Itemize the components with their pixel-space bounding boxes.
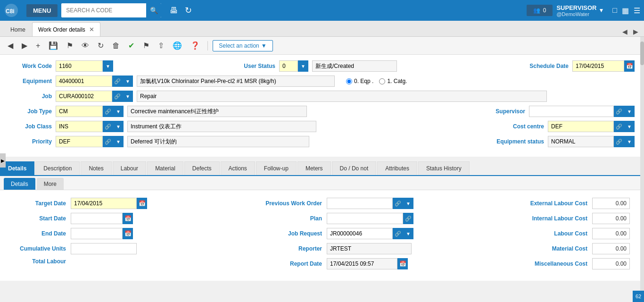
- side-expand-arrow[interactable]: ▶: [0, 153, 6, 168]
- search-input[interactable]: [61, 7, 146, 14]
- layout-icon[interactable]: ▦: [622, 6, 629, 15]
- menu-button[interactable]: MENU: [26, 4, 58, 17]
- job-type-dropdown[interactable]: ▼: [113, 106, 124, 117]
- tab-follow-up[interactable]: Follow-up: [256, 161, 297, 175]
- tab-attributes[interactable]: Attributes: [377, 161, 417, 175]
- save-button[interactable]: 💾: [46, 39, 61, 52]
- tab-description[interactable]: Description: [35, 161, 80, 175]
- view-button[interactable]: 👁: [79, 40, 92, 52]
- row-total-labour: Total Labour: [9, 258, 247, 265]
- prev-work-order-dropdown[interactable]: ▼: [403, 198, 413, 209]
- job-input[interactable]: [56, 91, 112, 102]
- job-type-input[interactable]: [56, 106, 103, 117]
- radio-catg-input[interactable]: [379, 78, 385, 84]
- equipment-status-link-icon[interactable]: 🔗: [614, 136, 624, 147]
- job-class-input[interactable]: [56, 121, 103, 132]
- prev-work-order-input[interactable]: [327, 198, 393, 209]
- prev-work-order-link-icon[interactable]: 🔗: [393, 198, 403, 209]
- misc-cost-label: Miscellaneous Cost: [512, 260, 587, 267]
- schedule-date-input[interactable]: [572, 60, 624, 72]
- tab-home[interactable]: Home: [4, 23, 32, 36]
- supervisor-link-icon[interactable]: 🔗: [614, 106, 624, 117]
- job-request-dropdown[interactable]: ▼: [403, 228, 413, 239]
- job-link-icon[interactable]: 🔗: [112, 91, 123, 102]
- help-button[interactable]: ❓: [188, 39, 203, 52]
- end-date-input[interactable]: [71, 228, 123, 239]
- tab-actions[interactable]: Actions: [221, 161, 255, 175]
- tab-work-order-details[interactable]: Work Order details ✕: [32, 22, 100, 36]
- right-scrollbar[interactable]: [640, 37, 644, 302]
- supervisor-dropdown[interactable]: ▼: [624, 106, 635, 117]
- equipment-input[interactable]: [56, 76, 112, 87]
- add-button[interactable]: +: [33, 40, 43, 52]
- job-class-link-icon[interactable]: 🔗: [103, 121, 113, 132]
- target-date-input[interactable]: [71, 198, 137, 209]
- target-date-calendar-icon[interactable]: 📅: [137, 198, 147, 209]
- bookmark-button[interactable]: ⚑: [64, 39, 76, 52]
- schedule-date-calendar-icon[interactable]: 📅: [624, 60, 635, 72]
- job-type-link-icon[interactable]: 🔗: [103, 106, 113, 117]
- nav-back-button[interactable]: ◀: [5, 39, 16, 52]
- upload-button[interactable]: ⇧: [155, 39, 167, 52]
- select-action-button[interactable]: Select an action ▼: [213, 40, 272, 51]
- cost-centre-dropdown[interactable]: ▼: [624, 121, 635, 132]
- work-code-input[interactable]: [56, 60, 103, 72]
- nav-forward-button[interactable]: ▶: [19, 39, 30, 52]
- menu-icon-right[interactable]: ☰: [634, 6, 640, 15]
- tab-status-history[interactable]: Status History: [418, 161, 470, 175]
- equipment-status-dropdown[interactable]: ▼: [624, 136, 635, 147]
- start-date-calendar-icon[interactable]: 📅: [123, 213, 133, 224]
- equipment-dropdown[interactable]: ▼: [123, 76, 133, 87]
- plan-link-icon[interactable]: 🔗: [403, 213, 413, 224]
- priority-link-icon[interactable]: 🔗: [103, 136, 113, 147]
- check-button[interactable]: ✔: [125, 39, 137, 52]
- cost-centre-label: Cost centre: [506, 123, 544, 130]
- cumulative-units-input[interactable]: [71, 243, 137, 254]
- tab-notes[interactable]: Notes: [81, 161, 111, 175]
- search-button[interactable]: 🔍: [146, 3, 161, 17]
- tab-do-do-not[interactable]: Do / Do not: [332, 161, 377, 175]
- tab-meters[interactable]: Meters: [297, 161, 331, 175]
- job-class-dropdown[interactable]: ▼: [113, 121, 124, 132]
- supervisor-input[interactable]: [529, 106, 614, 117]
- tab-material[interactable]: Material: [147, 161, 183, 175]
- job-request-link-icon[interactable]: 🔗: [393, 228, 403, 239]
- user-status-input[interactable]: [279, 60, 298, 72]
- priority-dropdown[interactable]: ▼: [113, 136, 124, 147]
- end-date-calendar-icon[interactable]: 📅: [123, 228, 133, 239]
- priority-label: Priority: [9, 138, 52, 145]
- user-status-dropdown[interactable]: ▼: [298, 60, 308, 72]
- sub-tab-details[interactable]: Details: [4, 178, 35, 190]
- refresh-icon[interactable]: ↻: [185, 5, 192, 16]
- tab-nav-left[interactable]: ◀: [620, 27, 629, 36]
- report-date-calendar-icon[interactable]: 📅: [397, 258, 408, 269]
- work-code-dropdown[interactable]: ▼: [103, 60, 113, 72]
- window-icon[interactable]: □: [612, 6, 617, 15]
- flag-button[interactable]: ⚑: [140, 39, 152, 52]
- cost-centre-link-icon[interactable]: 🔗: [614, 121, 624, 132]
- sync-button[interactable]: ↻: [95, 39, 107, 52]
- delete-button[interactable]: 🗑: [109, 40, 123, 52]
- priority-input[interactable]: [56, 136, 103, 147]
- plan-input[interactable]: [327, 213, 403, 224]
- user-area[interactable]: SUPERVISOR @DemoWater ▼: [556, 4, 604, 17]
- start-date-input[interactable]: [71, 213, 123, 224]
- plan-field: 🔗: [327, 213, 413, 224]
- tab-nav-right[interactable]: ▶: [631, 27, 640, 36]
- row-work-code: Work Code ▼ User Status ▼ Schedule Date …: [9, 60, 635, 72]
- logo-area: C8i: [4, 3, 19, 18]
- globe-button[interactable]: 🌐: [170, 39, 185, 52]
- tab-defects[interactable]: Defects: [184, 161, 220, 175]
- job-request-input[interactable]: [327, 228, 393, 239]
- equipment-link-icon[interactable]: 🔗: [112, 76, 123, 87]
- cumulative-units-label: Cumulative Units: [9, 245, 66, 252]
- print-icon[interactable]: 🖶: [170, 6, 178, 16]
- sub-tab-more[interactable]: More: [37, 178, 64, 190]
- tab-labour[interactable]: Labour: [113, 161, 146, 175]
- notification-button[interactable]: 👥 0: [527, 5, 553, 16]
- radio-eqp-input[interactable]: [346, 78, 352, 84]
- job-dropdown[interactable]: ▼: [123, 91, 133, 102]
- cost-centre-input[interactable]: [548, 121, 614, 132]
- tab-close-icon[interactable]: ✕: [89, 26, 94, 33]
- labour-cost-label: Labour Cost: [512, 230, 587, 237]
